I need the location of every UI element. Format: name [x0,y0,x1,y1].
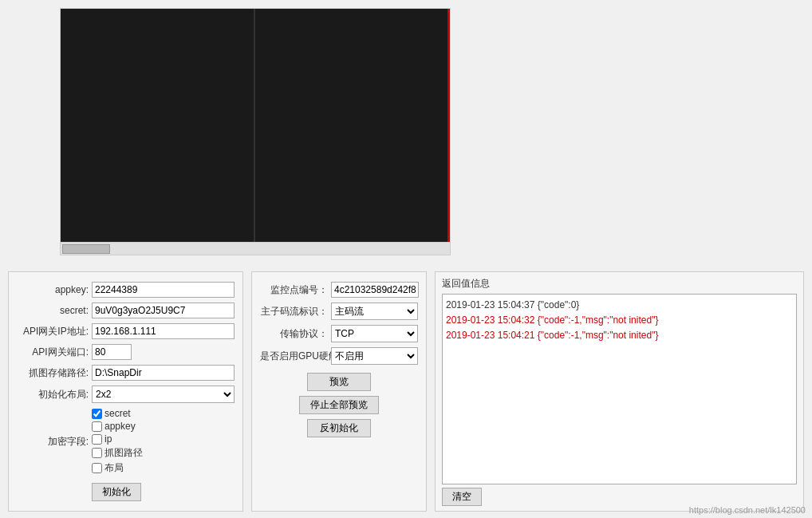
gpu-label: 是否启用GPU硬解： [260,350,328,363]
secret-label: secret: [17,305,89,316]
gpu-row: 是否启用GPU硬解： 不启用 启用 [260,347,418,365]
encrypt-appkey-item: appkey [92,421,143,432]
preview-button[interactable]: 预览 [307,373,371,391]
encrypt-checkboxes: secret appkey ip 抓图路径 布局 [92,408,143,475]
right-panel: 返回值信息 2019-01-23 15:04:37 {"code":0} 201… [435,271,804,512]
log-line-3: 2019-01-23 15:04:21 {"code":-1,"msg":"no… [446,328,793,343]
monitor-id-label: 监控点编号： [260,283,328,297]
encrypt-ip-label: ip [104,433,112,445]
snap-path-row: 抓图存储路径: [17,365,235,381]
controls-area: appkey: secret: API网关IP地址: API网关端口: 抓图存储… [8,271,804,512]
video-panel-right [255,9,451,242]
encrypt-snappath-item: 抓图路径 [92,446,143,460]
init-button[interactable]: 初始化 [92,483,141,501]
appkey-label: appkey: [17,284,89,295]
gpu-select[interactable]: 不启用 启用 [331,347,418,365]
api-ip-row: API网关IP地址: [17,323,235,339]
api-port-input[interactable] [92,344,132,360]
encrypt-layout-checkbox[interactable] [92,463,102,473]
left-form-panel: appkey: secret: API网关IP地址: API网关端口: 抓图存储… [8,271,243,512]
log-line-1: 2019-01-23 15:04:37 {"code":0} [446,298,793,313]
log-area: 2019-01-23 15:04:37 {"code":0} 2019-01-2… [442,294,797,484]
secret-input[interactable] [92,302,235,318]
snap-path-input[interactable] [92,365,235,381]
scrollbar-thumb [62,244,110,254]
deinit-button[interactable]: 反初始化 [307,419,371,437]
encrypt-layout-label: 布局 [104,461,124,475]
encrypt-appkey-checkbox[interactable] [92,421,102,432]
video-preview-area [60,8,451,255]
encrypt-appkey-label: appkey [104,421,136,432]
layout-row: 初始化布局: 2x2 1x1 3x3 4x4 [17,386,235,403]
layout-label: 初始化布局: [17,388,89,401]
clear-btn-row: 清空 [442,488,797,506]
watermark: https://blog.csdn.net/lk142500 [689,505,806,515]
video-scrollbar[interactable] [61,242,450,255]
protocol-select[interactable]: TCP UDP [331,325,418,342]
stream-type-select[interactable]: 主码流 子码流 [331,302,418,320]
layout-select[interactable]: 2x2 1x1 3x3 4x4 [92,386,235,403]
appkey-input[interactable] [92,282,235,298]
encrypt-row: 加密字段: secret appkey ip 抓图路径 [17,408,235,475]
middle-form-panel: 监控点编号： 主子码流标识： 主码流 子码流 传输协议： TCP UDP 是否启… [251,271,427,512]
api-ip-input[interactable] [92,323,235,339]
encrypt-label: 加密字段: [17,435,89,449]
video-panel-left [61,9,255,242]
api-port-label: API网关端口: [17,346,89,359]
appkey-row: appkey: [17,282,235,298]
api-ip-label: API网关IP地址: [17,325,89,338]
init-btn-row: 初始化 [92,483,235,501]
protocol-label: 传输协议： [260,327,328,341]
stream-type-label: 主子码流标识： [260,305,328,318]
encrypt-layout-item: 布局 [92,461,143,475]
api-port-row: API网关端口: [17,344,235,360]
snap-path-label: 抓图存储路径: [17,366,89,380]
encrypt-secret-label: secret [104,408,131,419]
log-line-2: 2019-01-23 15:04:32 {"code":-1,"msg":"no… [446,313,793,328]
encrypt-ip-item: ip [92,433,143,445]
panel-title: 返回值信息 [442,277,797,291]
monitor-id-row: 监控点编号： [260,282,418,298]
protocol-row: 传输协议： TCP UDP [260,325,418,342]
stop-all-button[interactable]: 停止全部预览 [299,396,379,414]
clear-button[interactable]: 清空 [442,488,482,506]
encrypt-ip-checkbox[interactable] [92,434,102,445]
encrypt-secret-checkbox[interactable] [92,409,102,419]
encrypt-snappath-label: 抓图路径 [104,446,143,460]
encrypt-snappath-checkbox[interactable] [92,448,102,458]
stream-type-row: 主子码流标识： 主码流 子码流 [260,302,418,320]
secret-row: secret: [17,302,235,318]
encrypt-secret-item: secret [92,408,143,419]
monitor-id-input[interactable] [331,282,419,298]
